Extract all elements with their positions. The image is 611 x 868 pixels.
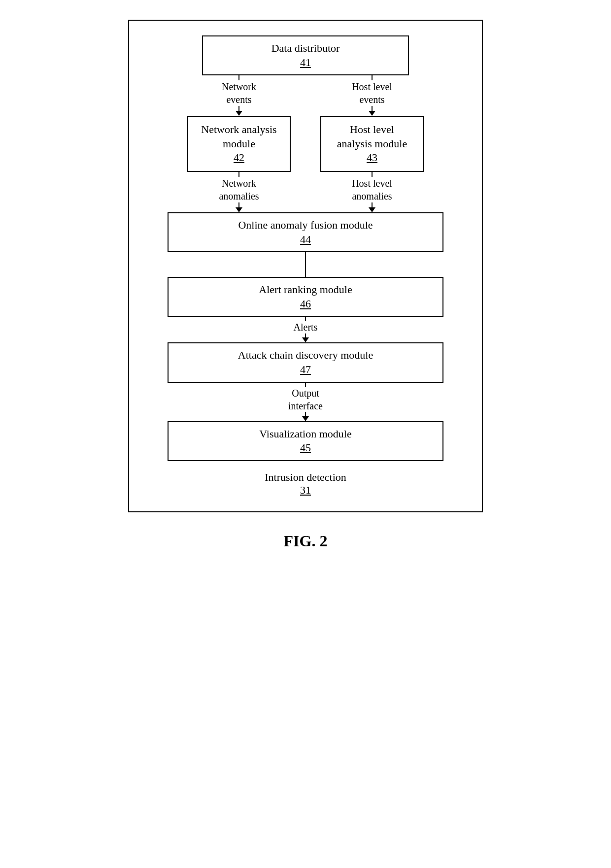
line2 xyxy=(238,106,239,111)
host-analysis-box: Host levelanalysis module 43 xyxy=(320,116,424,172)
line9 xyxy=(305,252,306,277)
host-anomalies-label: Host levelanomalies xyxy=(352,177,392,202)
data-distributor-label: Data distributor xyxy=(272,42,340,54)
line11 xyxy=(305,334,306,337)
fusion-module-ref: 44 xyxy=(176,233,435,247)
alerts-arrow: Alerts xyxy=(149,317,462,342)
alert-ranking-label: Alert ranking module xyxy=(259,283,352,296)
host-events-arrow-col: Host levelevents xyxy=(320,75,424,116)
network-events-arrow-col: Networkevents xyxy=(187,75,291,116)
fusion-module-box: Online anomaly fusion module 44 xyxy=(168,212,443,252)
network-anomalies-col: Networkanomalies xyxy=(187,172,291,212)
intrusion-detection-section: Intrusion detection 31 xyxy=(265,471,346,497)
network-anomalies-arrowhead xyxy=(236,207,242,212)
host-events-arrowhead xyxy=(369,111,375,116)
line7 xyxy=(372,172,373,177)
line12 xyxy=(305,383,306,387)
attack-chain-box: Attack chain discovery module 47 xyxy=(168,342,443,382)
line3 xyxy=(372,75,373,80)
output-arrow: Outputinterface xyxy=(149,383,462,421)
alert-ranking-ref: 46 xyxy=(176,297,435,311)
network-events-label: Networkevents xyxy=(222,80,256,106)
line6 xyxy=(238,202,239,207)
network-analysis-ref: 42 xyxy=(196,151,282,165)
intrusion-detection-label: Intrusion detection xyxy=(265,471,346,484)
analysis-modules-row: Network analysismodule 42 Host levelanal… xyxy=(149,116,462,172)
events-arrow-row: Networkevents Host levelevents xyxy=(149,75,462,116)
attack-chain-ref: 47 xyxy=(176,363,435,377)
host-analysis-label: Host levelanalysis module xyxy=(337,123,407,150)
output-label: Outputinterface xyxy=(288,387,323,412)
attack-chain-label: Attack chain discovery module xyxy=(238,349,373,361)
alert-ranking-box: Alert ranking module 46 xyxy=(168,277,443,317)
line8 xyxy=(372,202,373,207)
line4 xyxy=(372,106,373,111)
network-anomalies-label: Networkanomalies xyxy=(219,177,259,202)
anomalies-arrow-row: Networkanomalies Host levelanomalies xyxy=(149,172,462,212)
host-anomalies-arrowhead xyxy=(369,207,375,212)
visualization-ref: 45 xyxy=(176,441,435,455)
visualization-box: Visualization module 45 xyxy=(168,421,443,461)
visualization-label: Visualization module xyxy=(259,428,351,440)
alerts-label: Alerts xyxy=(294,321,318,334)
host-events-label: Host levelevents xyxy=(352,80,392,106)
host-analysis-ref: 43 xyxy=(329,151,415,165)
data-distributor-box: Data distributor 41 xyxy=(202,35,409,75)
line13 xyxy=(305,412,306,416)
line10 xyxy=(305,317,306,321)
fusion-module-label: Online anomaly fusion module xyxy=(238,219,373,231)
figure-caption: FIG. 2 xyxy=(284,532,328,550)
diagram-outer-border: Data distributor 41 Networkevents Host l… xyxy=(128,20,483,512)
output-arrowhead xyxy=(302,416,309,421)
network-analysis-box: Network analysismodule 42 xyxy=(187,116,291,172)
alerts-arrowhead xyxy=(302,337,309,342)
line1 xyxy=(238,75,239,80)
line5 xyxy=(238,172,239,177)
data-distributor-ref: 41 xyxy=(211,56,400,70)
fusion-to-alert-connector xyxy=(149,252,462,277)
host-anomalies-col: Host levelanomalies xyxy=(320,172,424,212)
intrusion-detection-ref: 31 xyxy=(300,484,311,497)
network-analysis-label: Network analysismodule xyxy=(201,123,276,150)
network-events-arrowhead xyxy=(236,111,242,116)
